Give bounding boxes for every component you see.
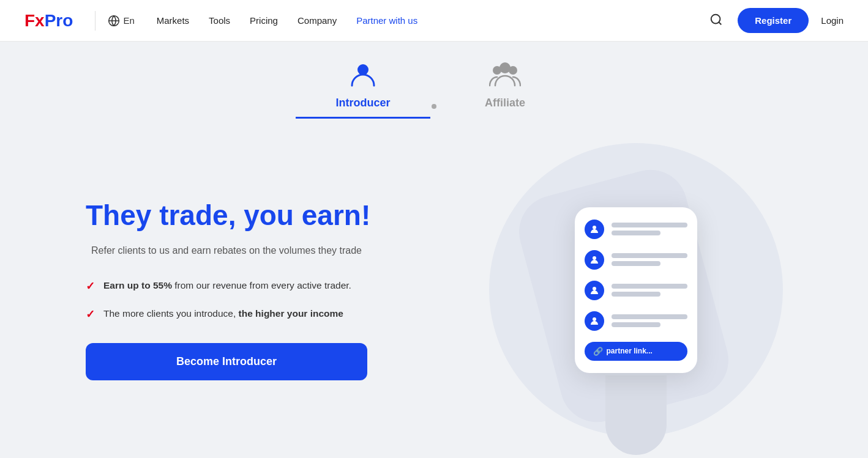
phone-avatar-2 bbox=[585, 250, 604, 270]
phone-avatar-3 bbox=[585, 281, 604, 300]
hero-features: ✓ Earn up to 55% from our revenue from e… bbox=[86, 278, 428, 321]
hero-headline: They trade, you earn! bbox=[86, 199, 428, 232]
link-icon: 🔗 bbox=[593, 347, 603, 356]
nav-item-pricing[interactable]: Pricing bbox=[250, 15, 278, 26]
phone-list-item-3 bbox=[585, 281, 687, 300]
partner-link-label: partner link... bbox=[607, 347, 653, 355]
register-button[interactable]: Register bbox=[738, 8, 809, 33]
search-icon bbox=[709, 13, 723, 26]
phone-lines-1 bbox=[612, 223, 687, 235]
navbar: FxPro En Markets Tools Pricing Company P… bbox=[0, 0, 868, 42]
hand-shape bbox=[605, 375, 667, 455]
phone-lines-3 bbox=[612, 284, 687, 297]
phone-avatar-1 bbox=[585, 220, 604, 239]
become-introducer-button[interactable]: Become Introducer bbox=[86, 343, 367, 380]
main-content: Introducer Affiliate They trade, you ear… bbox=[0, 42, 868, 458]
tab-introducer[interactable]: Introducer bbox=[296, 60, 430, 119]
logo-pro: Pro bbox=[45, 11, 73, 30]
main-nav: Markets Tools Pricing Company Partner wi… bbox=[157, 15, 417, 26]
partner-link-badge: 🔗 partner link... bbox=[585, 342, 687, 361]
feature-text-1: Earn up to 55% from our revenue from eve… bbox=[103, 278, 351, 292]
hero-subtitle: Refer clients to us and earn rebates on … bbox=[86, 243, 367, 259]
svg-point-7 bbox=[593, 226, 596, 229]
check-icon-1: ✓ bbox=[86, 279, 95, 293]
feature-item-1: ✓ Earn up to 55% from our revenue from e… bbox=[86, 278, 428, 293]
feature-item-2: ✓ The more clients you introduce, the hi… bbox=[86, 306, 428, 321]
phone-lines-2 bbox=[612, 253, 687, 266]
svg-point-5 bbox=[499, 62, 511, 73]
phone-mockup: 🔗 partner link... bbox=[575, 207, 697, 373]
nav-item-partner[interactable]: Partner with us bbox=[356, 15, 417, 26]
nav-item-markets[interactable]: Markets bbox=[157, 15, 189, 26]
illustration-circle: 🔗 partner link... bbox=[489, 143, 783, 437]
feature-text-2: The more clients you introduce, the high… bbox=[103, 306, 343, 320]
svg-line-2 bbox=[719, 22, 722, 24]
check-icon-2: ✓ bbox=[86, 308, 95, 321]
phone-line bbox=[612, 284, 687, 289]
phone-list-item-4 bbox=[585, 311, 687, 331]
search-button[interactable] bbox=[707, 10, 725, 31]
phone-line bbox=[612, 261, 661, 266]
navbar-right: Register Login bbox=[707, 8, 844, 33]
globe-icon bbox=[108, 15, 120, 27]
lang-selector[interactable]: En bbox=[108, 15, 134, 27]
phone-line bbox=[612, 292, 661, 297]
svg-point-9 bbox=[593, 287, 596, 290]
tab-affiliate-label: Affiliate bbox=[485, 97, 525, 109]
nav-item-tools[interactable]: Tools bbox=[209, 15, 230, 26]
phone-line bbox=[612, 314, 687, 319]
logo-fx: Fx bbox=[24, 11, 45, 30]
hero-right: 🔗 partner link... bbox=[465, 143, 807, 437]
phone-lines-4 bbox=[612, 314, 687, 327]
phone-line bbox=[612, 322, 661, 327]
tabs-container: Introducer Affiliate bbox=[296, 60, 572, 119]
svg-point-8 bbox=[593, 256, 596, 260]
hero-left: They trade, you earn! Refer clients to u… bbox=[86, 199, 428, 380]
navbar-divider bbox=[95, 11, 95, 31]
phone-line bbox=[612, 253, 687, 258]
tab-affiliate[interactable]: Affiliate bbox=[438, 60, 572, 119]
svg-point-3 bbox=[357, 64, 369, 75]
phone-list-item-1 bbox=[585, 220, 687, 239]
affiliate-icon bbox=[489, 60, 521, 92]
svg-point-10 bbox=[593, 317, 596, 321]
tab-introducer-label: Introducer bbox=[335, 97, 390, 109]
svg-point-1 bbox=[711, 15, 720, 24]
svg-point-6 bbox=[509, 66, 517, 75]
login-button[interactable]: Login bbox=[821, 15, 844, 26]
hero-section: They trade, you earn! Refer clients to u… bbox=[0, 143, 868, 437]
phone-line bbox=[612, 231, 661, 235]
phone-avatar-4 bbox=[585, 311, 604, 331]
lang-label: En bbox=[123, 15, 134, 26]
phone-list-item-2 bbox=[585, 250, 687, 270]
nav-item-company[interactable]: Company bbox=[297, 15, 337, 26]
logo[interactable]: FxPro bbox=[24, 11, 73, 31]
tab-separator bbox=[432, 104, 436, 109]
phone-line bbox=[612, 223, 687, 227]
introducer-icon bbox=[348, 60, 378, 92]
